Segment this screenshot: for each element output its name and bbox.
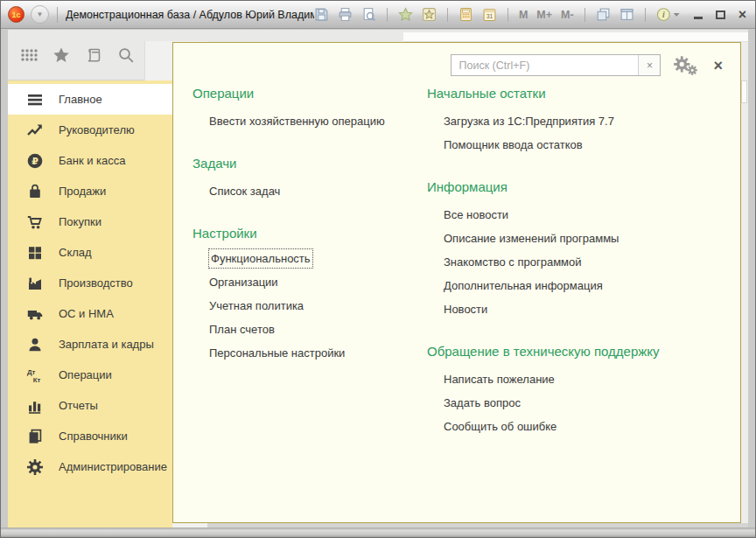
menu-link[interactable]: План счетов (209, 318, 275, 341)
toolbar-separator (508, 8, 508, 22)
menu-link[interactable]: Помощник ввода остатков (444, 133, 583, 157)
titlebar-toolbar: 31ММ+М-i (314, 7, 683, 22)
sidebar-item-label: Продажи (59, 185, 106, 198)
panel-close-button[interactable]: × (713, 58, 723, 73)
sidebar-item-prodazhi[interactable]: Продажи (8, 176, 172, 206)
split-window-icon[interactable] (620, 7, 634, 22)
person-icon (25, 335, 44, 353)
m-button[interactable]: М (519, 9, 528, 21)
search-input[interactable] (452, 55, 638, 75)
sidebar-item-label: Покупки (59, 215, 102, 228)
sidebar-item-label: Справочники (59, 430, 128, 443)
menu-section: ОперацииВвести хозяйственную операцию (192, 86, 427, 133)
m-plus-button[interactable]: М+ (536, 9, 552, 21)
menu-link[interactable]: Сообщить об ошибке (444, 415, 556, 438)
menu-link[interactable]: Написать пожелание (444, 367, 555, 391)
sidebar-item-zarplata-i-kadry[interactable]: Зарплата и кадры (8, 329, 172, 360)
calculator-icon[interactable] (458, 7, 473, 22)
cart-icon (25, 213, 44, 231)
sidebar-item-label: Зарплата и кадры (59, 338, 154, 351)
sidebar-item-pokupki[interactable]: Покупки (8, 206, 172, 237)
sidebar-item-spravochniki[interactable]: Справочники (8, 421, 172, 451)
search-clear-button[interactable]: × (638, 55, 660, 75)
svg-text:₽: ₽ (32, 156, 38, 166)
star-icon (52, 45, 71, 65)
menu-section: Обращение в техническую поддержкуНаписат… (427, 344, 740, 438)
warehouse-icon (25, 243, 44, 262)
dtkt-icon: ДтКт (25, 366, 44, 384)
app-window: 1с ▼ Демонстрационная база / Абдулов Юри… (0, 0, 756, 538)
section-title: Информация (427, 179, 740, 194)
menu-link[interactable]: Ввести хозяйственную операцию (209, 109, 385, 133)
save-icon[interactable] (314, 7, 329, 22)
menu-link[interactable]: Все новости (444, 203, 508, 227)
maximize-button[interactable] (716, 7, 725, 23)
history-button[interactable] (84, 45, 103, 65)
menu-link[interactable]: Функциональность (209, 249, 312, 268)
section-title: Обращение в техническую поддержку (427, 344, 740, 359)
books-icon (25, 427, 44, 445)
menu-section: ИнформацияВсе новостиОписание изменений … (427, 179, 740, 321)
close-button[interactable]: × (738, 7, 746, 23)
sidebar-item-glavnoe[interactable]: Главное (8, 84, 172, 115)
toolbar-separator (645, 8, 646, 22)
minimize-button[interactable] (694, 7, 703, 23)
menu-link[interactable]: Персональные настройки (209, 341, 345, 365)
sidebar-item-label: Руководителю (59, 123, 135, 136)
grid-menu-button[interactable] (19, 45, 38, 65)
history-icon (84, 45, 103, 65)
settings-gears-icon[interactable] (673, 55, 697, 75)
menu-link[interactable]: Учетная политика (209, 294, 304, 318)
copy-window-icon[interactable] (596, 7, 611, 22)
menu-link[interactable]: Знакомство с программой (444, 250, 582, 274)
calendar-icon[interactable]: 31 (482, 7, 497, 22)
info-menu-icon[interactable]: i (656, 7, 680, 22)
scrollbar-thumb[interactable] (741, 80, 747, 103)
menu-column: ОперацииВвести хозяйственную операциюЗад… (192, 86, 427, 461)
panel-toolbar: × × (173, 43, 740, 76)
svg-text:Кт: Кт (32, 375, 40, 383)
sidebar-item-rukovoditelyu[interactable]: Руководителю (8, 115, 172, 145)
menu-column: Начальные остаткиЗагрузка из 1С:Предприя… (427, 86, 740, 461)
search-button[interactable] (116, 45, 136, 65)
sidebar-item-os-i-nma[interactable]: ОС и НМА (8, 298, 172, 329)
star-button[interactable] (52, 45, 71, 65)
search-icon (116, 45, 136, 65)
menu-link[interactable]: Новости (444, 297, 487, 321)
titlebar-separator (57, 7, 58, 23)
menu-section: НастройкиФункциональностьОрганизацииУчет… (192, 226, 427, 365)
window-bottom-frame (1, 528, 755, 537)
menu-link[interactable]: Описание изменений программы (444, 227, 619, 250)
sidebar-item-administrirovanie[interactable]: Администрирование (8, 451, 172, 482)
menu-columns: ОперацииВвести хозяйственную операциюЗад… (173, 76, 740, 461)
toolbar-separator (387, 8, 388, 22)
menu-link[interactable]: Загрузка из 1С:Предприятия 7.7 (444, 109, 614, 133)
favorites-icon[interactable] (398, 7, 413, 22)
trend-icon (25, 121, 44, 139)
chart-icon (25, 396, 44, 415)
print-icon[interactable] (338, 7, 353, 22)
menu-section: ЗадачиСписок задач (192, 156, 427, 203)
sidebar-item-bank-i-kassa[interactable]: ₽Банк и касса (8, 145, 172, 176)
preview-icon[interactable] (361, 7, 376, 22)
sidebar-item-label: Администрирование (59, 460, 167, 473)
window-title: Демонстрационная база / Абдулов Юрий Вла… (66, 9, 314, 21)
sidebar-item-sklad[interactable]: Склад (8, 237, 172, 268)
menu-link[interactable]: Задать вопрос (444, 391, 521, 415)
favorite-add-icon[interactable] (422, 7, 437, 22)
sidebar-item-proizvodstvo[interactable]: Производство (8, 268, 172, 298)
sidebar-item-operacii[interactable]: ДтКтОперации (8, 360, 172, 390)
menu-link[interactable]: Организации (209, 270, 278, 294)
toolbar-separator (447, 8, 448, 22)
menu-section: Начальные остаткиЗагрузка из 1С:Предприя… (427, 86, 740, 157)
menu-link[interactable]: Список задач (209, 179, 280, 203)
sidebar-item-otchety[interactable]: Отчеты (8, 390, 172, 421)
titlebar: 1с ▼ Демонстрационная база / Абдулов Юри… (1, 1, 755, 29)
menu-link[interactable]: Дополнительная информация (444, 274, 603, 297)
svg-text:Дт: Дт (26, 367, 35, 375)
truck-icon (25, 304, 44, 323)
sidebar-item-label: Операции (59, 368, 112, 381)
m-minus-button[interactable]: М- (561, 9, 574, 21)
main-menu-button[interactable]: ▼ (31, 5, 49, 24)
sidebar-item-label: Главное (59, 93, 102, 106)
